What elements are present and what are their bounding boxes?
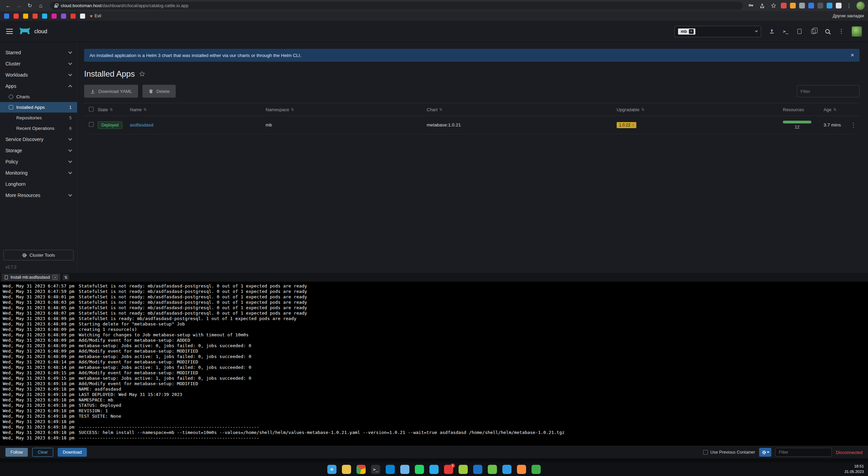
use-previous-container-option[interactable]: Use Previous Container — [703, 450, 755, 455]
reload-icon[interactable]: ↻ — [25, 1, 35, 10]
favorite-star-icon[interactable] — [139, 71, 146, 77]
forward-icon[interactable]: → — [14, 1, 24, 10]
column-header-resources[interactable]: Resources — [783, 107, 824, 112]
log-filter-input[interactable] — [775, 448, 832, 457]
header-menu-kebab-icon[interactable]: ⋮ — [838, 28, 845, 35]
log-output[interactable]: Wed, May 31 2023 6:47:57 pmStatefulSet i… — [0, 282, 868, 446]
clear-button[interactable]: Clear — [32, 448, 53, 457]
extension-icon[interactable] — [827, 3, 832, 8]
search-icon[interactable] — [824, 29, 831, 34]
table-filter-input[interactable] — [797, 85, 860, 97]
log-timestamp: Wed, May 31 2023 6:48:09 pm — [3, 332, 79, 338]
column-header-upgradable[interactable]: Upgradable⇅ — [617, 107, 783, 112]
menu-hamburger-icon[interactable] — [6, 29, 13, 34]
namespace-filter-select[interactable]: mb × — [674, 26, 761, 37]
bookmark-folder-evil[interactable]: ♥ Evil — [90, 14, 101, 19]
download-kubeconfig-icon[interactable] — [796, 29, 803, 34]
taskbar-icon[interactable] — [517, 465, 526, 474]
cluster-tools-button[interactable]: Cluster Tools — [3, 250, 74, 260]
share-icon[interactable] — [758, 3, 766, 8]
taskbar-icon[interactable]: ⊞ — [327, 465, 336, 474]
row-checkbox[interactable] — [89, 122, 94, 127]
taskbar-icon[interactable] — [342, 465, 351, 474]
banner-close-icon[interactable]: × — [851, 52, 854, 59]
lock-icon[interactable] — [54, 5, 58, 8]
extension-icon[interactable] — [836, 3, 842, 8]
user-avatar[interactable] — [852, 26, 862, 37]
taskbar-icon[interactable] — [400, 465, 409, 474]
sidebar-item-policy[interactable]: Policy — [0, 156, 77, 167]
url-bar[interactable]: cloud.bootsman.host/dashboard/c/local/ap… — [50, 2, 742, 10]
bookmark-favicon[interactable] — [52, 14, 57, 19]
taskbar-icon[interactable] — [473, 465, 482, 474]
bookmark-favicon[interactable] — [14, 14, 19, 19]
bookmark-favicon[interactable] — [33, 14, 38, 19]
app-name-link[interactable]: asdfasdasd — [130, 122, 153, 127]
bookmark-favicon[interactable] — [80, 14, 85, 19]
extension-icon[interactable] — [781, 3, 787, 8]
taskbar-icon[interactable] — [502, 465, 512, 474]
bookmark-favicon[interactable] — [61, 14, 66, 19]
taskbar-icon[interactable] — [386, 465, 395, 474]
home-icon[interactable]: ⌂ — [36, 1, 45, 10]
sidebar-item-monitoring[interactable]: Monitoring — [0, 167, 77, 178]
sidebar-item-installed-apps[interactable]: Installed Apps 1 — [0, 102, 77, 113]
bookmark-star-icon[interactable] — [770, 3, 777, 8]
copy-kubeconfig-icon[interactable] — [810, 29, 817, 34]
other-bookmarks[interactable]: Другие закладки — [833, 14, 864, 18]
chip-remove-icon[interactable]: × — [689, 29, 694, 34]
extension-icon[interactable] — [817, 3, 823, 8]
sidebar-item-storage[interactable]: Storage — [0, 145, 77, 156]
sidebar-item-repositories[interactable]: Repositories 5 — [0, 113, 77, 123]
brand[interactable]: cloud — [19, 27, 47, 36]
taskbar-icon[interactable] — [532, 465, 541, 474]
sidebar-item-starred[interactable]: Starred — [0, 47, 77, 58]
download-yaml-button[interactable]: Download YAML — [84, 85, 138, 98]
log-tab[interactable]: Install mb:asdfasdasd × — [2, 274, 60, 281]
column-header-chart[interactable]: Chart⇅ — [427, 107, 617, 112]
bookmark-favicon[interactable] — [23, 14, 28, 19]
follow-button[interactable]: Follow — [5, 448, 28, 457]
column-header-age[interactable]: Age⇅ — [824, 107, 847, 112]
taskbar-icon[interactable] — [459, 465, 468, 474]
taskbar-icon[interactable] — [356, 465, 366, 474]
extension-icon[interactable] — [808, 3, 814, 8]
bookmark-favicon[interactable] — [71, 14, 76, 19]
sidebar-item-workloads[interactable]: Workloads — [0, 69, 77, 80]
taskbar-icon[interactable] — [429, 465, 439, 474]
sidebar-item-service-discovery[interactable]: Service Discovery — [0, 134, 77, 145]
sidebar-item-cluster[interactable]: Cluster — [0, 58, 77, 69]
sidebar-item-longhorn[interactable]: Longhorn — [0, 178, 77, 190]
upgradable-badge[interactable]: 1.0.22 ↑ — [617, 122, 636, 128]
taskbar-icon[interactable]: 1 — [444, 465, 453, 474]
download-log-button[interactable]: Download — [58, 448, 87, 457]
sidebar-item-apps[interactable]: Apps — [0, 80, 77, 92]
browser-profile-avatar[interactable] — [856, 2, 865, 10]
taskbar-icon[interactable] — [415, 465, 424, 474]
password-key-icon[interactable] — [747, 3, 755, 8]
sidebar-item-more-resources[interactable]: More Resources — [0, 190, 77, 201]
sidebar-item-recent-operations[interactable]: Recent Operations 6 — [0, 123, 77, 134]
use-previous-container-checkbox[interactable] — [703, 450, 708, 455]
taskbar-icon[interactable]: >_ — [371, 465, 380, 474]
row-actions-kebab-icon[interactable]: ⋮ — [847, 121, 860, 129]
sidebar-item-charts[interactable]: Charts — [0, 92, 77, 102]
select-all-checkbox[interactable] — [89, 107, 94, 112]
kubectl-shell-icon[interactable]: >_ — [782, 29, 789, 34]
tab-close-icon[interactable]: × — [53, 275, 57, 280]
log-settings-button[interactable] — [759, 448, 771, 457]
bookmark-favicon[interactable] — [4, 14, 9, 19]
column-header-namespace[interactable]: Namespace⇅ — [266, 107, 427, 112]
taskbar-icon[interactable] — [488, 465, 497, 474]
column-header-state[interactable]: State⇅ — [98, 107, 130, 112]
bookmark-favicon[interactable] — [42, 14, 47, 19]
extension-icon[interactable] — [790, 3, 796, 8]
browser-menu-kebab-icon[interactable]: ⋮ — [845, 2, 853, 9]
delete-button[interactable]: Delete — [142, 85, 176, 98]
column-header-name[interactable]: Name⇅ — [130, 107, 266, 112]
extension-icon[interactable] — [799, 3, 805, 8]
taskbar-clock[interactable]: 18:51 31.05.2023 — [844, 462, 864, 476]
panel-resize-icon[interactable]: ⇅ — [63, 274, 69, 280]
back-icon[interactable]: ← — [3, 1, 13, 10]
import-yaml-icon[interactable] — [768, 28, 775, 34]
